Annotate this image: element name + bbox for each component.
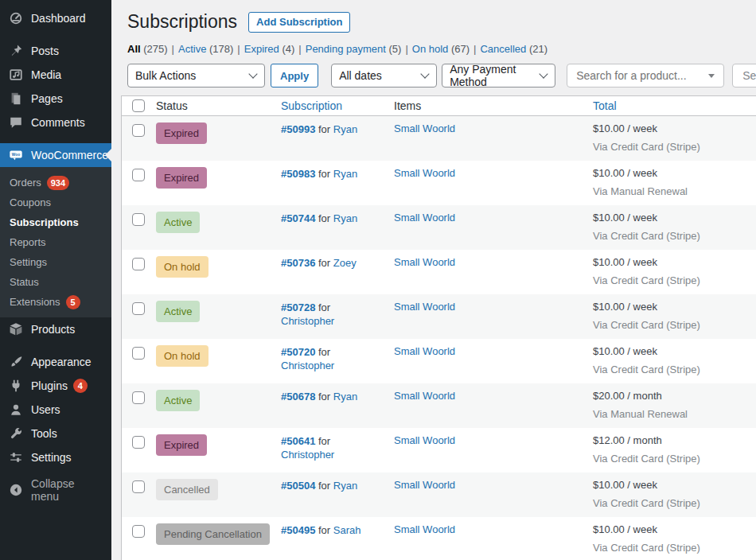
- table-row: Expired#50983 for RyanSmall Woorld$10.00…: [122, 161, 756, 205]
- sidebar-item-label: Products: [31, 323, 75, 336]
- row-checkbox[interactable]: [132, 124, 145, 137]
- total-amount: $10.00 / week: [593, 479, 756, 492]
- sidebar-item-collapse-menu[interactable]: Collapse menu: [0, 478, 111, 502]
- media-icon: [8, 67, 24, 83]
- customer-link[interactable]: Zoey: [333, 257, 357, 269]
- row-checkbox[interactable]: [132, 391, 145, 404]
- customer-link[interactable]: Ryan: [333, 391, 357, 402]
- view-filter-label: On hold: [412, 43, 449, 55]
- subscription-link[interactable]: #50736: [281, 257, 315, 269]
- payment-method-select[interactable]: Any Payment Method: [442, 64, 555, 88]
- sidebar-item-appearance[interactable]: Appearance: [0, 350, 111, 374]
- product-link[interactable]: Small Woorld: [394, 523, 455, 535]
- row-checkbox[interactable]: [132, 302, 145, 315]
- subscription-link[interactable]: #50728: [281, 301, 315, 313]
- sidebar-item-tools[interactable]: Tools: [0, 422, 111, 445]
- product-link[interactable]: Small Woorld: [394, 479, 455, 491]
- view-filter-on-hold[interactable]: On hold (67): [412, 43, 470, 55]
- items-cell: Small Woorld: [386, 428, 585, 472]
- subscription-link[interactable]: #50744: [281, 212, 315, 224]
- submenu-item-orders[interactable]: Orders934: [0, 173, 111, 192]
- column-header-total[interactable]: Total: [585, 96, 756, 115]
- sidebar-item-dashboard[interactable]: Dashboard: [0, 6, 111, 30]
- items-cell: Small Woorld: [386, 116, 585, 161]
- customer-link[interactable]: Ryan: [333, 212, 357, 224]
- product-link[interactable]: Small Woorld: [394, 390, 455, 402]
- row-checkbox[interactable]: [132, 347, 145, 360]
- product-link[interactable]: Small Woorld: [394, 212, 455, 224]
- status-cell: Active: [148, 205, 273, 250]
- sidebar-item-pages[interactable]: Pages: [0, 87, 111, 111]
- customer-link[interactable]: Ryan: [333, 480, 357, 492]
- view-filter-active[interactable]: Active (178): [178, 43, 233, 55]
- product-search-select[interactable]: Search for a product...: [567, 64, 724, 88]
- apply-button[interactable]: Apply: [271, 64, 318, 88]
- submenu-item-settings[interactable]: Settings: [0, 252, 111, 272]
- product-link[interactable]: Small Woorld: [394, 256, 455, 268]
- select-all-checkbox[interactable]: [132, 99, 145, 112]
- customer-link[interactable]: Christopher: [281, 449, 334, 461]
- row-checkbox-cell: [122, 250, 148, 294]
- subscription-cell: #50993 for Ryan: [273, 116, 386, 161]
- product-link[interactable]: Small Woorld: [394, 345, 455, 357]
- sidebar-item-comments[interactable]: Comments: [0, 111, 111, 134]
- subscription-link[interactable]: #50495: [281, 524, 315, 536]
- sidebar-item-plugins[interactable]: Plugins4: [0, 374, 111, 398]
- users-icon: [8, 402, 24, 418]
- row-checkbox[interactable]: [132, 525, 145, 538]
- sidebar-item-posts[interactable]: Posts: [0, 39, 111, 63]
- bulk-actions-value: Bulk Actions: [135, 69, 196, 82]
- row-checkbox[interactable]: [132, 169, 145, 181]
- table-header-row: StatusSubscriptionItemsTotal: [122, 96, 756, 116]
- submenu-item-extensions[interactable]: Extensions5: [0, 292, 111, 312]
- customer-link[interactable]: Christopher: [281, 315, 334, 327]
- submenu-item-subscriptions[interactable]: Subscriptions: [0, 212, 111, 232]
- view-filter-count: (5): [386, 43, 402, 55]
- view-filter-all[interactable]: All (275): [127, 43, 168, 55]
- customer-link[interactable]: Christopher: [281, 360, 334, 371]
- column-header-subscription[interactable]: Subscription: [273, 96, 386, 115]
- subscription-link[interactable]: #50678: [281, 391, 315, 402]
- total-cell: $10.00 / weekVia Credit Card (Stripe): [585, 517, 756, 560]
- bulk-actions-select[interactable]: Bulk Actions: [127, 64, 265, 88]
- row-checkbox[interactable]: [132, 480, 145, 493]
- sidebar-item-products[interactable]: Products: [0, 317, 111, 341]
- submenu-item-label: Orders: [10, 173, 41, 192]
- product-link[interactable]: Small Woorld: [394, 122, 455, 134]
- view-filter-expired[interactable]: Expired (4): [244, 43, 295, 55]
- product-link[interactable]: Small Woorld: [394, 167, 455, 179]
- customer-link[interactable]: Ryan: [333, 168, 357, 180]
- view-filter-cancelled[interactable]: Cancelled (21): [480, 43, 548, 55]
- subscription-link[interactable]: #50720: [281, 346, 315, 358]
- subscription-link[interactable]: #50993: [281, 123, 315, 135]
- payment-method-note: Via Credit Card (Stripe): [593, 542, 756, 554]
- product-link[interactable]: Small Woorld: [394, 301, 455, 313]
- view-separator: |: [473, 43, 476, 55]
- sidebar-item-users[interactable]: Users: [0, 398, 111, 422]
- row-checkbox[interactable]: [132, 258, 145, 270]
- subscription-link[interactable]: #50641: [281, 435, 315, 447]
- customer-link[interactable]: Ryan: [333, 123, 357, 135]
- product-link[interactable]: Small Woorld: [394, 434, 455, 446]
- subscription-link[interactable]: #50504: [281, 480, 315, 492]
- menu-separator: [0, 134, 111, 143]
- total-amount: $10.00 / week: [593, 345, 756, 358]
- sidebar-item-media[interactable]: Media: [0, 63, 111, 87]
- search-subscriptions-button[interactable]: Search Subscriptions: [732, 64, 756, 88]
- table-body: Expired#50993 for RyanSmall Woorld$10.00…: [122, 116, 756, 560]
- submenu-item-reports[interactable]: Reports: [0, 232, 111, 252]
- sidebar-item-settings-main[interactable]: Settings: [0, 445, 111, 469]
- row-checkbox[interactable]: [132, 436, 145, 449]
- submenu-item-status[interactable]: Status: [0, 272, 111, 292]
- chevron-down-icon: [420, 69, 429, 78]
- row-checkbox[interactable]: [132, 213, 145, 226]
- dates-select[interactable]: All dates: [331, 64, 437, 88]
- view-filter-pending-payment[interactable]: Pending payment (5): [306, 43, 402, 55]
- subscription-cell: #50720 for Christopher: [273, 339, 386, 383]
- sidebar-item-woocommerce[interactable]: WooWooCommerce: [0, 143, 111, 167]
- view-filter-label: Expired: [244, 43, 279, 55]
- submenu-item-coupons[interactable]: Coupons: [0, 192, 111, 212]
- subscription-link[interactable]: #50983: [281, 168, 315, 180]
- add-subscription-button[interactable]: Add Subscription: [248, 12, 350, 33]
- customer-link[interactable]: Sarah: [333, 524, 361, 536]
